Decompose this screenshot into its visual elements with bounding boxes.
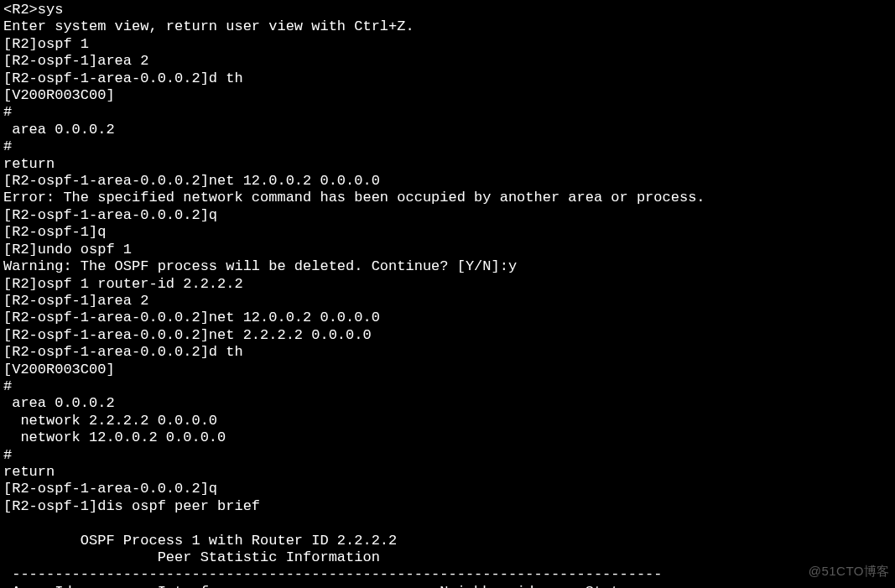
terminal-lines: <R2>sys Enter system view, return user v… bbox=[3, 2, 705, 588]
terminal-output[interactable]: <R2>sys Enter system view, return user v… bbox=[0, 0, 895, 588]
